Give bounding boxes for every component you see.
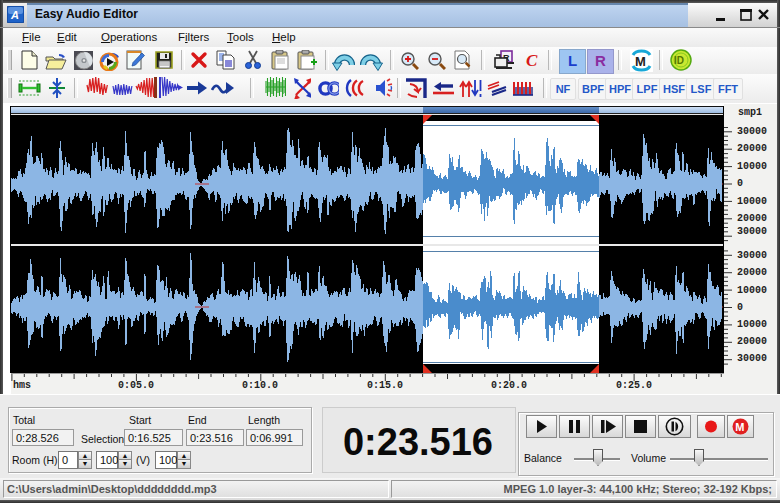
svg-text:M: M bbox=[735, 421, 744, 433]
svg-text:ID: ID bbox=[674, 55, 684, 66]
svg-text:C: C bbox=[526, 51, 538, 69]
svg-text:A: A bbox=[10, 9, 19, 21]
svg-text:M: M bbox=[635, 54, 646, 69]
